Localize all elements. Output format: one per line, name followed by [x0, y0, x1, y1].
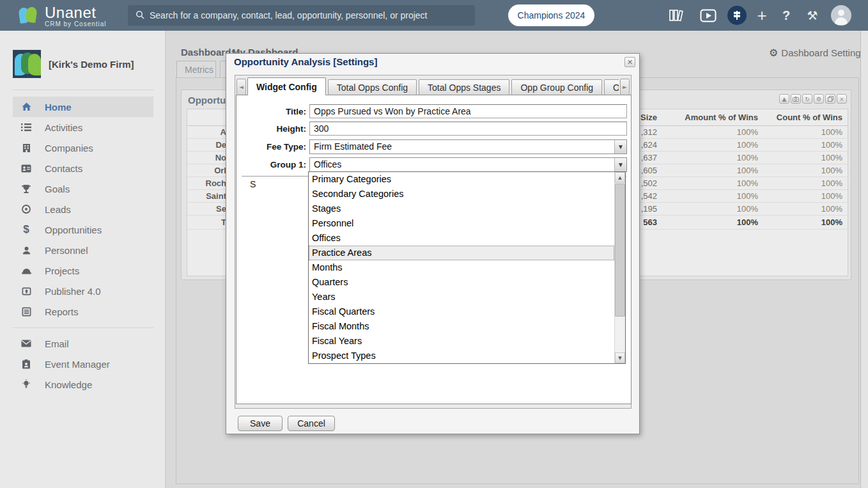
widget-toolbar: ▲ ↻ ⚙ × — [779, 94, 847, 104]
firm-logo — [13, 50, 41, 78]
sidebar-item-projects[interactable]: Projects — [13, 260, 153, 281]
widget-title: Opportur — [188, 95, 229, 106]
refresh-icon[interactable]: ↻ — [802, 94, 812, 104]
sidebar-item-knowledge[interactable]: Knowledge — [13, 374, 153, 395]
building-icon — [20, 142, 32, 153]
option-offices[interactable]: Offices — [309, 231, 614, 246]
tab-total-opps-stages[interactable]: Total Opps Stages — [419, 79, 509, 95]
sidebar-item-opportunities[interactable]: $ Opportunities — [13, 219, 153, 240]
sidebar-item-personnel[interactable]: Personnel — [13, 240, 153, 260]
restore-icon[interactable] — [825, 94, 835, 104]
option-fiscal-months[interactable]: Fiscal Months — [309, 319, 614, 334]
option-years[interactable]: Years — [309, 290, 614, 304]
target-icon — [20, 203, 32, 215]
help-icon[interactable]: ? — [776, 0, 796, 31]
add-new-icon[interactable]: + — [752, 0, 772, 31]
option-quarters[interactable]: Quarters — [309, 275, 614, 290]
unanet-leaf-icon — [19, 7, 38, 24]
scrollbar-thumb[interactable] — [615, 184, 625, 317]
scroll-up-icon[interactable]: ▲ — [615, 172, 625, 183]
snapshot-camera-icon[interactable] — [791, 94, 801, 104]
opportunity-analysis-settings-modal: Opportunity Analysis [Settings] ✕ ◄ Widg… — [226, 53, 640, 434]
widget-settings-gear-icon[interactable]: ⚙ — [814, 94, 824, 104]
sidebar-item-activities[interactable]: Activities — [13, 117, 153, 138]
sidebar-item-email[interactable]: Email — [13, 333, 153, 354]
gear-icon: ⚙ — [769, 47, 778, 59]
collapse-icon[interactable]: ▲ — [779, 94, 789, 104]
dollar-icon: $ — [20, 224, 32, 235]
champions-2024-button[interactable]: Champions 2024 — [508, 4, 594, 26]
global-search[interactable] — [128, 5, 475, 26]
sidebar-item-publisher[interactable]: Publisher 4.0 — [13, 281, 153, 301]
tab-total-opps-config[interactable]: Total Opps Config — [328, 79, 417, 95]
dashboard-settings-button[interactable]: ⚙ Dashboard Settings — [769, 47, 865, 59]
scroll-strip[interactable] — [860, 31, 868, 488]
sidebar-item-contacts[interactable]: Contacts — [13, 158, 153, 178]
publisher-icon — [20, 285, 32, 297]
user-avatar[interactable] — [831, 5, 851, 26]
event-clipboard-icon — [20, 358, 32, 370]
unanet-logo[interactable]: Unanet CRM by Cosential — [19, 4, 107, 28]
sidebar-item-event-manager[interactable]: Event Manager — [13, 354, 153, 374]
col-amount-pct: Amount % of Wins — [657, 113, 758, 122]
sidebar: [Kirk's Demo Firm] Home Activities Compa… — [0, 31, 166, 488]
modal-close-icon[interactable]: ✕ — [624, 57, 635, 67]
dropdown-scrollbar[interactable]: ▲ ▼ — [614, 172, 625, 363]
widget-close-icon[interactable]: × — [837, 94, 847, 104]
firm-name: [Kirk's Demo Firm] — [49, 59, 134, 70]
tab-metrics[interactable]: Metrics — [176, 61, 216, 78]
top-bar: Unanet CRM by Cosential Champions 2024 +… — [0, 0, 868, 31]
sidebar-item-goals[interactable]: Goals — [13, 178, 153, 199]
brand-subtitle: CRM by Cosential — [45, 20, 107, 28]
report-icon — [20, 306, 32, 317]
tab-scroll-left-icon[interactable]: ◄ — [236, 79, 246, 95]
guide-signpost-icon[interactable] — [726, 0, 748, 31]
tab-opp-group-partial[interactable]: Opp Grou — [604, 79, 619, 95]
trophy-icon — [20, 183, 32, 194]
option-secondary-categories[interactable]: Secondary Categories — [309, 187, 614, 201]
group1-label: Group 1: — [242, 160, 306, 169]
person-icon — [20, 244, 32, 256]
activities-icon — [20, 122, 32, 133]
modal-title: Opportunity Analysis [Settings] — [234, 56, 377, 67]
title-field[interactable] — [309, 104, 627, 118]
height-label: Height: — [242, 124, 306, 134]
chevron-down-icon: ▼ — [614, 140, 626, 153]
sidebar-divider — [13, 327, 153, 328]
sidebar-item-companies[interactable]: Companies — [13, 138, 153, 158]
height-field[interactable] — [309, 122, 627, 136]
home-icon — [20, 101, 32, 113]
library-icon[interactable] — [665, 0, 688, 31]
chevron-down-icon: ▼ — [614, 158, 626, 171]
contact-card-icon — [20, 162, 32, 174]
option-months[interactable]: Months — [309, 260, 614, 275]
save-button[interactable]: Save — [238, 416, 283, 431]
tab-scroll-right-icon[interactable]: ► — [620, 79, 630, 95]
sidebar-divider — [13, 90, 153, 90]
option-practice-areas[interactable]: Practice Areas — [309, 246, 614, 260]
search-input[interactable] — [150, 10, 467, 20]
group1-select[interactable]: Offices ▼ — [309, 157, 627, 172]
tab-opp-group-config[interactable]: Opp Group Config — [511, 79, 602, 95]
option-fiscal-years[interactable]: Fiscal Years — [309, 334, 614, 349]
sidebar-item-leads[interactable]: Leads — [13, 199, 153, 219]
sidebar-item-reports[interactable]: Reports — [13, 301, 153, 322]
hardhat-icon — [20, 265, 32, 276]
hidden-label-fragment: S — [250, 179, 256, 189]
tab-widget-config[interactable]: Widget Config — [247, 77, 326, 95]
option-fiscal-quarters[interactable]: Fiscal Quarters — [309, 304, 614, 319]
envelope-icon — [20, 338, 32, 349]
option-primary-categories[interactable]: Primary Categories — [309, 172, 614, 187]
title-label: Title: — [242, 107, 306, 116]
video-tutorials-icon[interactable] — [697, 0, 720, 31]
option-stages[interactable]: Stages — [309, 201, 614, 216]
admin-tools-icon[interactable]: ⚒ — [802, 0, 823, 31]
option-prospect-types[interactable]: Prospect Types — [309, 349, 614, 363]
option-personnel[interactable]: Personnel — [309, 216, 614, 231]
modal-tab-strip: ◄ Widget Config Total Opps Config Total … — [236, 77, 630, 95]
scroll-down-icon[interactable]: ▼ — [615, 352, 625, 363]
brand-title: Unanet — [45, 4, 107, 22]
cancel-button[interactable]: Cancel — [288, 416, 335, 431]
fee-type-select[interactable]: Firm Estimated Fee ▼ — [309, 139, 627, 154]
sidebar-item-home[interactable]: Home — [13, 97, 153, 117]
